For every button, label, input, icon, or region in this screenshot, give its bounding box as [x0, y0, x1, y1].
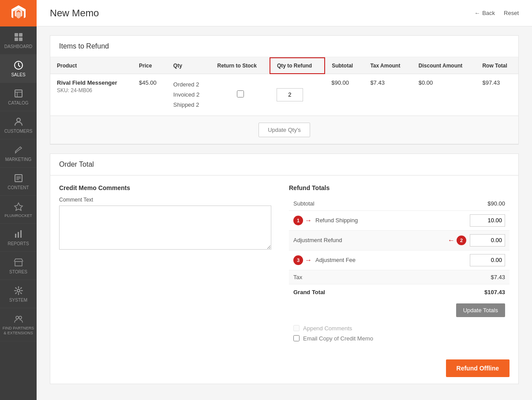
magento-logo-icon: [10, 4, 27, 22]
update-qtys-button[interactable]: Update Qty's: [259, 123, 310, 137]
svg-rect-14: [15, 234, 16, 238]
svg-point-17: [17, 289, 20, 292]
comment-label: Comment Text: [59, 197, 271, 203]
comment-textarea[interactable]: [59, 206, 271, 250]
update-totals-button[interactable]: Update Totals: [456, 303, 505, 317]
append-comments-checkbox[interactable]: [293, 325, 300, 331]
sidebar-item-catalog[interactable]: CATALOG: [0, 83, 37, 111]
sidebar-logo[interactable]: [0, 0, 37, 26]
svg-point-18: [16, 316, 19, 319]
items-to-refund-section: Items to Refund Product Price Qty Return…: [50, 35, 519, 145]
order-total-body: Credit Memo Comments Comment Text Refund…: [50, 176, 518, 353]
arrow-left-2: ←: [448, 236, 455, 244]
sidebar: DASHBOARD SALES CATALOG CUSTOMERS MARKET…: [0, 0, 37, 400]
annotation-row-3: 3 →: [293, 255, 312, 265]
plumrocket-icon: [13, 201, 24, 212]
annotation-row-2: ← 2: [448, 236, 466, 245]
qty-invoiced: Invoiced 2: [173, 90, 204, 100]
sidebar-label-reports: REPORTS: [7, 241, 29, 246]
sidebar-item-system[interactable]: SYSTEM: [0, 280, 37, 308]
sidebar-item-content[interactable]: CONTENT: [0, 168, 37, 196]
svg-rect-2: [15, 37, 18, 41]
col-tax-amount: Tax Amount: [363, 58, 412, 74]
qty-shipped: Shipped 2: [173, 100, 204, 110]
col-row-total: Row Total: [476, 58, 518, 74]
sidebar-label-system: SYSTEM: [9, 298, 27, 303]
col-subtotal: Subtotal: [325, 58, 363, 74]
svg-marker-13: [15, 203, 22, 210]
stores-icon: [13, 257, 24, 268]
sidebar-item-find-partners[interactable]: FIND PARTNERS & EXTENSIONS: [0, 308, 37, 341]
totals-row-tax: Tax $7.43: [289, 270, 510, 284]
sidebar-item-sales[interactable]: SALES: [0, 55, 37, 83]
sidebar-item-dashboard[interactable]: DASHBOARD: [0, 26, 37, 55]
qty-info: Ordered 2 Invoiced 2 Shipped 2: [173, 79, 204, 110]
content-area: Items to Refund Product Price Qty Return…: [37, 26, 532, 400]
tax-label: Tax: [293, 274, 470, 280]
grand-total-row: Grand Total $107.43: [289, 284, 510, 300]
svg-rect-1: [19, 33, 22, 37]
svg-rect-5: [15, 90, 22, 97]
sidebar-label-content: CONTENT: [7, 185, 29, 190]
order-total-section: Order Total Credit Memo Comments Comment…: [50, 153, 519, 384]
sidebar-label-plumrocket: PLUMROCKET: [4, 213, 32, 218]
tax-amount-cell: $7.43: [363, 74, 412, 116]
back-button[interactable]: ← Back: [474, 10, 495, 16]
sidebar-label-marketing: MARKETING: [5, 157, 31, 162]
return-to-stock-cell: [211, 74, 270, 116]
sidebar-item-reports[interactable]: REPORTS: [0, 224, 37, 252]
main-area: New Memo ← Back Reset Items to Refund Pr…: [37, 0, 532, 400]
col-qty-to-refund: Qty to Refund: [270, 58, 325, 74]
sidebar-label-stores: STORES: [9, 269, 27, 274]
sidebar-label-find-partners: FIND PARTNERS & EXTENSIONS: [2, 326, 35, 336]
qty-to-refund-cell: [270, 74, 325, 116]
email-copy-row: Email Copy of Credit Memo: [293, 335, 505, 342]
refund-shipping-input[interactable]: [470, 214, 505, 227]
reports-icon: [13, 229, 24, 239]
adjustment-refund-input[interactable]: [470, 234, 505, 247]
qty-to-refund-input[interactable]: [277, 88, 303, 101]
refund-totals: Refund Totals Subtotal $90.00 1 →: [289, 184, 510, 344]
subtotal-value: $90.00: [470, 200, 505, 207]
refund-shipping-label: Refund Shipping: [315, 217, 470, 224]
svg-rect-3: [19, 37, 22, 41]
sidebar-label-catalog: CATALOG: [8, 101, 28, 105]
sidebar-item-marketing[interactable]: MARKETING: [0, 139, 37, 168]
refund-offline-row: Refund Offline: [50, 353, 518, 384]
arrow-right-1: →: [305, 217, 312, 224]
totals-row-subtotal: Subtotal $90.00: [289, 197, 510, 211]
refund-offline-button[interactable]: Refund Offline: [446, 359, 510, 377]
update-qtys-row: Update Qty's: [50, 116, 518, 144]
items-table: Product Price Qty Return to Stock Qty to…: [50, 57, 518, 144]
return-to-stock-checkbox[interactable]: [237, 90, 244, 97]
col-discount-amount: Discount Amount: [412, 58, 476, 74]
svg-rect-15: [18, 232, 19, 238]
totals-table: Subtotal $90.00 1 → Refund Shipping: [289, 197, 510, 344]
credit-memo-subtitle: Credit Memo Comments: [59, 184, 271, 191]
refund-totals-title: Refund Totals: [289, 184, 510, 191]
system-icon: [13, 285, 24, 296]
subtotal-label: Subtotal: [293, 200, 470, 207]
sidebar-item-stores[interactable]: STORES: [0, 252, 37, 280]
catalog-icon: [13, 88, 24, 99]
product-cell: Rival Field Messenger SKU: 24-MB06: [50, 74, 132, 116]
sidebar-item-plumrocket[interactable]: PLUMROCKET: [0, 196, 37, 224]
col-return-to-stock: Return to Stock: [211, 58, 270, 74]
items-to-refund-title: Items to Refund: [50, 36, 518, 57]
update-totals-row: Update Totals: [289, 300, 510, 321]
svg-rect-0: [15, 33, 18, 37]
customers-icon: [13, 116, 24, 127]
partners-icon: [13, 314, 24, 324]
sidebar-item-customers[interactable]: CUSTOMERS: [0, 111, 37, 139]
totals-row-adjustment-refund: Adjustment Refund ← 2: [289, 231, 510, 250]
adjustment-fee-input[interactable]: [470, 254, 505, 266]
sidebar-label-sales: SALES: [11, 72, 25, 77]
back-arrow-icon: ←: [474, 10, 480, 16]
header-actions: ← Back Reset: [474, 10, 519, 16]
svg-point-19: [19, 316, 22, 319]
reset-button[interactable]: Reset: [504, 10, 519, 16]
update-qtys-cell: Update Qty's: [50, 116, 518, 144]
product-sku: SKU: 24-MB06: [57, 87, 126, 93]
content-icon: [13, 173, 24, 183]
email-copy-checkbox[interactable]: [293, 335, 300, 341]
